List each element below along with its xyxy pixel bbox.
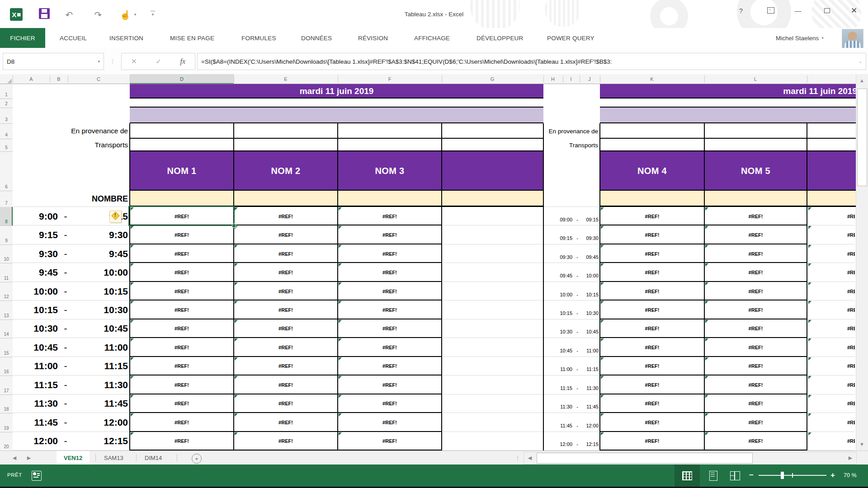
horizontal-scrollbar[interactable]: ◀ ▶ bbox=[524, 452, 857, 465]
cell-E18[interactable]: #REF! bbox=[234, 394, 338, 413]
col-header-B[interactable]: B bbox=[52, 74, 66, 84]
cell-L17[interactable]: #REF! bbox=[704, 375, 807, 394]
cell-L20[interactable]: #REF! bbox=[704, 432, 807, 450]
header-cell-nom-4[interactable]: NOM 4 bbox=[600, 151, 704, 191]
touch-mode-icon[interactable]: ☝ bbox=[119, 9, 131, 21]
header-cell-nom-1[interactable]: NOM 1 bbox=[130, 151, 234, 191]
mid-time-range-row-20[interactable]: 12:00-12:15 bbox=[543, 432, 599, 450]
page-break-view-icon[interactable] bbox=[725, 465, 745, 487]
tab-affichage[interactable]: AFFICHAGE bbox=[408, 28, 456, 48]
scroll-down-icon[interactable]: ▼ bbox=[857, 440, 867, 449]
time-range-row-17[interactable]: 11:15-11:30 bbox=[13, 375, 128, 394]
provenance-label-mid[interactable]: En provenance de bbox=[543, 123, 598, 139]
row-header-20[interactable]: 20 bbox=[0, 432, 13, 450]
scrollbar-resize-handle[interactable]: ⋮ bbox=[514, 453, 521, 463]
row-header-4[interactable]: 4 bbox=[0, 123, 13, 139]
cell-D15[interactable]: #REF! bbox=[130, 338, 234, 357]
mid-time-range-row-19[interactable]: 11:45-12:00 bbox=[543, 413, 599, 432]
tab-mise-en-page[interactable]: MISE EN PAGE bbox=[164, 28, 221, 48]
cell-M18[interactable]: #REF! bbox=[847, 394, 855, 413]
restore-icon[interactable] bbox=[819, 5, 835, 16]
row-header-14[interactable]: 14 bbox=[0, 319, 13, 338]
redo-icon[interactable]: ↷ bbox=[92, 9, 104, 21]
cell-M8[interactable]: #REF! bbox=[847, 207, 855, 225]
cell-F9[interactable]: #REF! bbox=[338, 225, 442, 244]
provenance-label[interactable]: En provenance de bbox=[13, 123, 128, 139]
cell-E10[interactable]: #REF! bbox=[234, 244, 338, 263]
cancel-icon[interactable]: ✕ bbox=[131, 57, 137, 66]
time-range-row-14[interactable]: 10:30-10:45 bbox=[13, 319, 128, 338]
cell-M20[interactable]: #REF! bbox=[847, 432, 855, 450]
tab-developpeur[interactable]: DÉVELOPPEUR bbox=[470, 28, 529, 48]
close-icon[interactable]: ✕ bbox=[846, 5, 862, 16]
help-icon[interactable]: ? bbox=[733, 5, 749, 16]
cell-K8[interactable]: #REF! bbox=[600, 207, 704, 225]
cell-M14[interactable]: #REF! bbox=[847, 319, 855, 338]
col-header-F[interactable]: F bbox=[383, 74, 396, 84]
vertical-scroll-thumb[interactable] bbox=[857, 89, 867, 186]
scroll-up-icon[interactable]: ▲ bbox=[857, 76, 867, 85]
row-header-19[interactable]: 19 bbox=[0, 413, 13, 432]
cell-M10[interactable]: #REF! bbox=[847, 244, 855, 263]
col-header-I[interactable]: I bbox=[564, 74, 578, 84]
cell-D17[interactable]: #REF! bbox=[130, 375, 234, 394]
row-header-6[interactable]: 6 bbox=[0, 151, 13, 191]
col-header-D[interactable]: D bbox=[175, 74, 189, 84]
cell-K14[interactable]: #REF! bbox=[600, 319, 704, 338]
cell-L18[interactable]: #REF! bbox=[704, 394, 807, 413]
cell-E14[interactable]: #REF! bbox=[234, 319, 338, 338]
time-range-row-18[interactable]: 11:30-11:45 bbox=[13, 394, 128, 413]
cell-M19[interactable]: #REF! bbox=[847, 413, 855, 432]
zoom-in-icon[interactable]: + bbox=[828, 471, 837, 480]
cell-L9[interactable]: #REF! bbox=[704, 225, 807, 244]
row-header-11[interactable]: 11 bbox=[0, 263, 13, 282]
cell-M17[interactable]: #REF! bbox=[847, 375, 855, 394]
mid-time-range-row-8[interactable]: 09:00-09:15 bbox=[543, 207, 599, 225]
formula-input[interactable]: =SI($A8=(INDEX('C:\Users\Michel\Download… bbox=[197, 53, 866, 70]
name-box-dropdown-icon[interactable]: ▾ bbox=[98, 59, 104, 64]
time-range-row-9[interactable]: 9:15-9:30 bbox=[13, 225, 128, 244]
cell-M13[interactable]: #REF! bbox=[847, 300, 855, 319]
col-header-K[interactable]: K bbox=[645, 74, 659, 84]
mid-time-range-row-15[interactable]: 10:45-11:00 bbox=[543, 338, 599, 357]
previous-sheet-icon[interactable]: ◀ bbox=[9, 453, 20, 463]
row-header-3[interactable]: 3 bbox=[0, 108, 13, 123]
normal-view-icon[interactable] bbox=[675, 465, 700, 487]
cell-K19[interactable]: #REF! bbox=[600, 413, 704, 432]
cell-D18[interactable]: #REF! bbox=[130, 394, 234, 413]
cell-D14[interactable]: #REF! bbox=[130, 319, 234, 338]
cell-L11[interactable]: #REF! bbox=[704, 263, 807, 282]
time-range-row-11[interactable]: 9:45-10:00 bbox=[13, 263, 128, 282]
row-header-10[interactable]: 10 bbox=[0, 244, 13, 263]
cell-K15[interactable]: #REF! bbox=[600, 338, 704, 357]
cell-E17[interactable]: #REF! bbox=[234, 375, 338, 394]
cell-K11[interactable]: #REF! bbox=[600, 263, 704, 282]
customize-quick-access-icon[interactable]: ▾ bbox=[149, 9, 156, 18]
time-range-row-13[interactable]: 10:15-10:30 bbox=[13, 300, 128, 319]
formula-bar-expand-icon[interactable]: ⌄ bbox=[855, 59, 866, 64]
time-range-row-20[interactable]: 12:00-12:15 bbox=[13, 432, 128, 450]
time-range-row-16[interactable]: 11:00-11:15 bbox=[13, 357, 128, 375]
transports-label[interactable]: Transports bbox=[13, 139, 128, 151]
cell-F20[interactable]: #REF! bbox=[338, 432, 442, 450]
cell-L15[interactable]: #REF! bbox=[704, 338, 807, 357]
scroll-right-icon[interactable]: ▶ bbox=[846, 452, 854, 463]
cell-D11[interactable]: #REF! bbox=[130, 263, 234, 282]
cell-E15[interactable]: #REF! bbox=[234, 338, 338, 357]
row-header-15[interactable]: 15 bbox=[0, 338, 13, 357]
excel-app-icon[interactable]: X▤ bbox=[10, 8, 23, 21]
mid-time-range-row-10[interactable]: 09:30-09:45 bbox=[543, 244, 599, 263]
cell-D19[interactable]: #REF! bbox=[130, 413, 234, 432]
cell-F11[interactable]: #REF! bbox=[338, 263, 442, 282]
tab-insertion[interactable]: INSERTION bbox=[103, 28, 150, 48]
time-range-row-10[interactable]: 9:30-9:45 bbox=[13, 244, 128, 263]
mid-time-range-row-17[interactable]: 11:15-11:30 bbox=[543, 375, 599, 394]
header-cell-nom-2[interactable]: NOM 2 bbox=[234, 151, 338, 191]
ribbon-display-options-icon[interactable]: ↑ bbox=[763, 5, 778, 16]
cell-K17[interactable]: #REF! bbox=[600, 375, 704, 394]
zoom-out-icon[interactable]: − bbox=[747, 471, 756, 480]
undo-icon[interactable]: ↶ bbox=[63, 9, 75, 21]
zoom-level[interactable]: 70 % bbox=[844, 472, 857, 479]
mid-time-range-row-11[interactable]: 09:45-10:00 bbox=[543, 263, 599, 282]
cell-E20[interactable]: #REF! bbox=[234, 432, 338, 450]
